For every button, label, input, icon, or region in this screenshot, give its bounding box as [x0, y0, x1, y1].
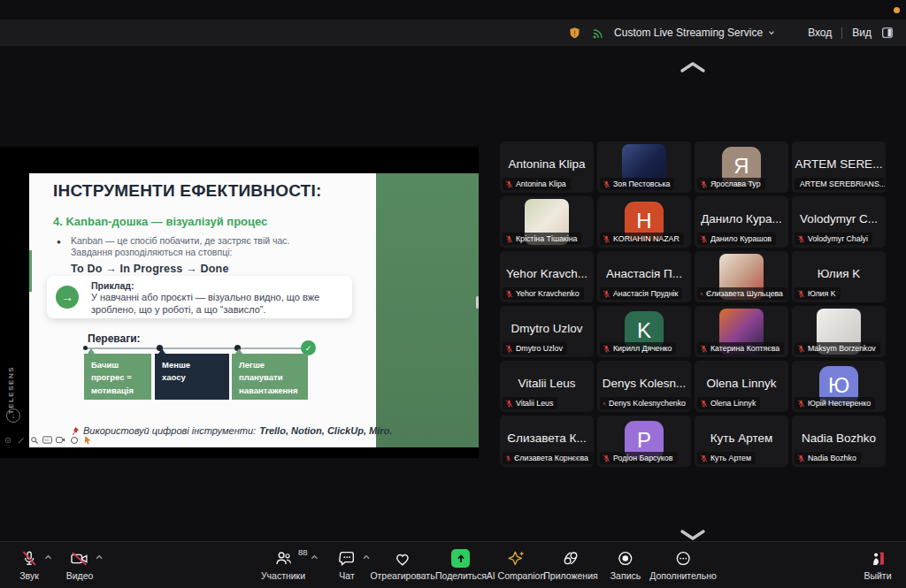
participant-tile[interactable]: Vitalii Leus Vitalii Leus: [500, 361, 594, 412]
muted-mic-icon: [505, 180, 513, 188]
participant-tile[interactable]: Antonina Klipa Antonina Klipa: [500, 141, 594, 193]
video-button[interactable]: Видео: [66, 548, 94, 581]
participant-tile[interactable]: H KORIAHIN NAZAR: [597, 196, 691, 248]
participant-label-pill: Куть Артем: [697, 452, 756, 464]
slide-green-panel: [376, 173, 479, 447]
streaming-service-label: Custom Live Streaming Service: [614, 27, 763, 39]
chat-button[interactable]: Чат: [337, 548, 357, 581]
participant-tile[interactable]: Крістіна Тішакіна: [500, 196, 594, 248]
react-button[interactable]: Отреагировать: [370, 548, 434, 581]
participant-tile[interactable]: P Родіон Барсуков: [597, 416, 691, 467]
svg-text:CC: CC: [44, 438, 50, 442]
participant-label-pill: Nadia Bozhko: [795, 452, 861, 464]
participant-label-pill: Анастасія Пруднік: [600, 287, 682, 300]
login-button[interactable]: Вход: [808, 27, 832, 39]
topbar-divider: [841, 27, 842, 39]
slide-footer: Використовуй цифрові інструменти: Trello…: [70, 425, 392, 436]
participant-tile[interactable]: Єлизавета Шульцева: [695, 251, 788, 302]
more-button[interactable]: Дополнительно: [649, 548, 717, 581]
participant-tile[interactable]: Анастасія П... Анастасія Пруднік: [597, 251, 691, 302]
participant-tile[interactable]: Denys Kolesn... Denys Kolesnychenko: [597, 361, 691, 412]
chat-bubble-icon: [337, 548, 357, 569]
chevron-up-icon[interactable]: [44, 554, 52, 561]
participant-name: Denys Kolesn...: [603, 377, 687, 397]
participant-tile[interactable]: Maksym Borzenkov: [792, 306, 886, 357]
mic-muted-icon: [19, 548, 39, 569]
footer-tools: Trello, Notion, ClickUp, Miro.: [259, 425, 392, 436]
meeting-toolbar: Звук Видео 88 Участники Чат: [0, 541, 906, 588]
gallery-scroll-up-button[interactable]: [676, 58, 710, 78]
chevron-up-icon[interactable]: [310, 554, 318, 561]
participant-label-pill: Данило Курашов: [697, 233, 776, 245]
view-button[interactable]: Вид: [852, 27, 871, 39]
participants-button[interactable]: 88 Участники: [261, 548, 305, 581]
participant-label: Кирилл Дяченко: [613, 344, 672, 353]
participant-label: Denys Kolesnychenko: [609, 399, 686, 408]
participant-label-pill: ARTEM SEREBRIANS...: [795, 178, 885, 190]
participant-tile[interactable]: Ю Юрій Нестеренко: [792, 361, 886, 412]
more-circle-icon[interactable]: [69, 435, 79, 445]
participant-label: Nadia Bozhko: [808, 454, 856, 462]
muted-mic-icon: [700, 235, 708, 243]
apps-button[interactable]: Приложения: [543, 548, 597, 581]
muted-mic-icon: [603, 235, 610, 243]
participant-tile[interactable]: Я Ярослава Тур: [695, 141, 788, 193]
ai-companion-button[interactable]: AI Companion: [487, 548, 546, 581]
chevron-up-icon[interactable]: [363, 554, 371, 561]
stage-scrollbar-thumb[interactable]: [476, 296, 479, 309]
participant-tile[interactable]: Єлизавета К... Єлизавета Корнєєва: [500, 416, 594, 467]
bullet-line-1: Kanban — це спосіб побачити, де застряє …: [71, 235, 290, 247]
record-button[interactable]: Запись: [610, 548, 641, 581]
example-text: У навчанні або проєкті — візуально видно…: [91, 291, 346, 316]
participant-tile[interactable]: Nadia Bozhko Nadia Bozhko: [792, 416, 886, 467]
audio-button[interactable]: Звук: [19, 548, 39, 581]
participant-tile[interactable]: Dmytro Uzlov Dmytro Uzlov: [500, 306, 594, 357]
layout-view-icon[interactable]: [881, 27, 894, 39]
participant-tile[interactable]: Юлия K Юлия K: [792, 251, 886, 302]
participant-tile[interactable]: Куть Артем Куть Артем: [695, 416, 788, 467]
participant-label: Куть Артем: [710, 454, 751, 462]
leave-button[interactable]: Выйти: [864, 548, 891, 581]
participant-label: Volodymyr Chalyi: [808, 234, 868, 243]
participant-tile[interactable]: Volodymyr C... Volodymyr Chalyi: [792, 196, 886, 248]
participant-name: Данило Кура...: [701, 212, 782, 233]
participant-tile[interactable]: Катерина Коптяєва: [695, 306, 788, 357]
participant-label: Ярослава Тур: [710, 179, 761, 188]
participant-tile[interactable]: Зоя Пестовська: [597, 141, 691, 193]
participant-label: Єлизавета Корнєєва: [514, 454, 588, 462]
participant-tile[interactable]: Yehor Kravch... Yehor Kravchenko: [500, 251, 594, 302]
footer-prefix: Використовуй цифрові інструменти:: [83, 425, 256, 436]
live-stream-icon: [591, 27, 604, 40]
chevron-up-icon[interactable]: [96, 554, 104, 561]
participant-tile[interactable]: ARTEM SERE... ARTEM SEREBRIANS...: [792, 141, 886, 193]
participant-label-pill: Родіон Барсуков: [600, 452, 677, 464]
participant-label-pill: Denys Kolesnychenko: [600, 397, 690, 409]
bullet-dot: ●: [57, 238, 61, 246]
participants-count: 88: [298, 547, 308, 557]
chevron-up-icon: [676, 58, 710, 76]
scroll-down-circle-icon[interactable]: ↓: [6, 409, 20, 423]
laser-pointer-icon[interactable]: [82, 435, 92, 445]
settings-gear-icon[interactable]: [3, 435, 12, 445]
presentation-slide: ІНСТРУМЕНТИ ЕФЕКТИВНОСТІ: 4. Kanban-дошк…: [29, 173, 479, 447]
muted-mic-icon: [797, 235, 805, 243]
streaming-service-menu[interactable]: Custom Live Streaming Service: [614, 27, 776, 39]
captions-icon[interactable]: CC: [42, 435, 52, 445]
participant-label-pill: Кирилл Дяченко: [600, 342, 676, 355]
participant-tile[interactable]: Olena Linnyk Olena Linnyk: [695, 361, 788, 412]
pen-icon[interactable]: [16, 435, 26, 445]
magnifier-icon[interactable]: [29, 435, 39, 445]
camera-icon[interactable]: [56, 435, 65, 445]
recording-indicator-dot: [894, 7, 900, 13]
participant-name: Olena Linnyk: [707, 377, 777, 397]
participant-label: Крістіна Тішакіна: [516, 234, 577, 243]
participant-tile[interactable]: K Кирилл Дяченко: [597, 306, 691, 357]
participant-name: Yehor Kravch...: [506, 267, 587, 287]
muted-mic-icon: [505, 400, 513, 408]
share-screen-button[interactable]: Поделиться: [435, 548, 487, 581]
participant-label-pill: Vitalii Leus: [503, 397, 557, 409]
participant-name: ARTEM SERE...: [795, 157, 883, 178]
apps-icon: [561, 548, 581, 569]
participant-tile[interactable]: Данило Кура... Данило Курашов: [695, 196, 788, 248]
muted-mic-icon: [505, 454, 511, 462]
